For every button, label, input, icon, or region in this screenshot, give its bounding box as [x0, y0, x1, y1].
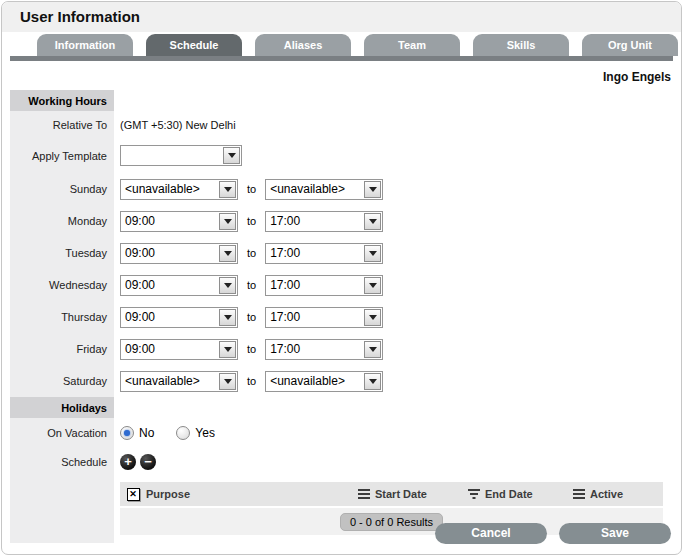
thursday-to-select[interactable]: 17:00	[265, 307, 383, 328]
sort-icon	[573, 489, 585, 499]
chevron-down-icon	[364, 213, 381, 230]
column-end-date[interactable]: End Date	[468, 488, 573, 500]
chevron-down-icon	[364, 341, 381, 358]
radio-selected-icon	[120, 426, 134, 440]
chevron-down-icon	[364, 373, 381, 390]
tab-strip: Information Schedule Aliases Team Skills…	[2, 32, 681, 56]
tab-information[interactable]: Information	[37, 34, 133, 56]
working-hours-section-header: Working Hours	[10, 90, 681, 111]
holidays-section-label: Holidays	[10, 397, 114, 418]
column-purpose[interactable]: Purpose	[146, 488, 358, 500]
vacation-no-label: No	[139, 426, 154, 440]
apply-template-row: Apply Template	[10, 138, 681, 173]
monday-from-select[interactable]: 09:00	[120, 211, 238, 232]
radio-unselected-icon	[176, 426, 190, 440]
tuesday-row: Tuesday 09:00 to 17:00	[10, 237, 681, 269]
to-label: to	[247, 183, 256, 195]
remove-holiday-button[interactable]: −	[140, 454, 156, 470]
wednesday-label: Wednesday	[10, 269, 114, 301]
end-date-column-label: End Date	[485, 488, 533, 500]
friday-label: Friday	[10, 333, 114, 365]
chevron-down-icon	[364, 277, 381, 294]
vacation-no-radio[interactable]: No	[120, 426, 154, 440]
tab-schedule[interactable]: Schedule	[146, 34, 242, 56]
thursday-from-select[interactable]: 09:00	[120, 307, 238, 328]
sunday-from-value: <unavailable>	[121, 182, 218, 196]
chevron-down-icon	[364, 245, 381, 262]
column-active[interactable]: Active	[573, 488, 663, 500]
to-label: to	[247, 215, 256, 227]
wednesday-to-value: 17:00	[266, 278, 363, 292]
on-vacation-row: On Vacation No Yes	[10, 418, 681, 447]
vacation-yes-radio[interactable]: Yes	[176, 426, 215, 440]
chevron-down-icon	[219, 213, 236, 230]
chevron-down-icon	[364, 309, 381, 326]
holiday-table-header: ✕ Purpose Start Date End Date	[120, 482, 663, 506]
relative-to-label: Relative To	[10, 111, 114, 138]
chevron-down-icon	[223, 147, 240, 164]
thursday-from-value: 09:00	[121, 310, 218, 324]
start-date-column-label: Start Date	[375, 488, 427, 500]
column-start-date[interactable]: Start Date	[358, 488, 468, 500]
wednesday-from-select[interactable]: 09:00	[120, 275, 238, 296]
save-button[interactable]: Save	[559, 523, 671, 544]
sort-icon	[358, 489, 370, 499]
apply-template-label: Apply Template	[10, 138, 114, 173]
chevron-down-icon	[364, 181, 381, 198]
page-title: User Information	[2, 2, 681, 32]
to-label: to	[247, 279, 256, 291]
on-vacation-label: On Vacation	[10, 418, 114, 447]
sunday-row: Sunday <unavailable> to <unavailable>	[10, 173, 681, 205]
to-label: to	[247, 247, 256, 259]
friday-to-select[interactable]: 17:00	[265, 339, 383, 360]
chevron-down-icon	[219, 277, 236, 294]
sort-filter-icon	[468, 489, 480, 499]
sunday-from-select[interactable]: <unavailable>	[120, 179, 238, 200]
working-hours-section-label: Working Hours	[10, 90, 114, 111]
cancel-button[interactable]: Cancel	[435, 523, 547, 544]
chevron-down-icon	[219, 309, 236, 326]
vacation-yes-label: Yes	[195, 426, 215, 440]
tuesday-to-value: 17:00	[266, 246, 363, 260]
user-name: Ingo Engels	[2, 61, 681, 90]
tuesday-to-select[interactable]: 17:00	[265, 243, 383, 264]
title-bar: User Information	[2, 2, 681, 32]
vacation-radio-group: No Yes	[120, 426, 215, 440]
sunday-to-select[interactable]: <unavailable>	[265, 179, 383, 200]
apply-template-select[interactable]	[120, 145, 242, 166]
chevron-down-icon	[219, 181, 236, 198]
saturday-from-select[interactable]: <unavailable>	[120, 371, 238, 392]
sunday-label: Sunday	[10, 173, 114, 205]
select-all-icon[interactable]: ✕	[127, 488, 140, 501]
tab-team[interactable]: Team	[364, 34, 460, 56]
tab-org-unit[interactable]: Org Unit	[582, 34, 678, 56]
tuesday-from-select[interactable]: 09:00	[120, 243, 238, 264]
saturday-from-value: <unavailable>	[121, 374, 218, 388]
results-count-badge: 0 - 0 of 0 Results	[340, 513, 443, 531]
saturday-to-select[interactable]: <unavailable>	[265, 371, 383, 392]
saturday-label: Saturday	[10, 365, 114, 397]
tab-aliases[interactable]: Aliases	[255, 34, 351, 56]
schedule-actions-row: Schedule + −	[10, 447, 681, 476]
to-label: to	[247, 343, 256, 355]
tab-skills[interactable]: Skills	[473, 34, 569, 56]
monday-row: Monday 09:00 to 17:00	[10, 205, 681, 237]
monday-to-select[interactable]: 17:00	[265, 211, 383, 232]
holidays-section-header: Holidays	[10, 397, 681, 418]
add-holiday-button[interactable]: +	[120, 454, 136, 470]
chevron-down-icon	[219, 373, 236, 390]
wednesday-row: Wednesday 09:00 to 17:00	[10, 269, 681, 301]
relative-to-value: (GMT +5:30) New Delhi	[114, 111, 681, 138]
wednesday-to-select[interactable]: 17:00	[265, 275, 383, 296]
thursday-row: Thursday 09:00 to 17:00	[10, 301, 681, 333]
friday-to-value: 17:00	[266, 342, 363, 356]
chevron-down-icon	[219, 341, 236, 358]
monday-to-value: 17:00	[266, 214, 363, 228]
relative-to-row: Relative To (GMT +5:30) New Delhi	[10, 111, 681, 138]
to-label: to	[247, 375, 256, 387]
to-label: to	[247, 311, 256, 323]
minus-icon: −	[144, 454, 152, 469]
friday-from-select[interactable]: 09:00	[120, 339, 238, 360]
saturday-to-value: <unavailable>	[266, 374, 363, 388]
tuesday-from-value: 09:00	[121, 246, 218, 260]
